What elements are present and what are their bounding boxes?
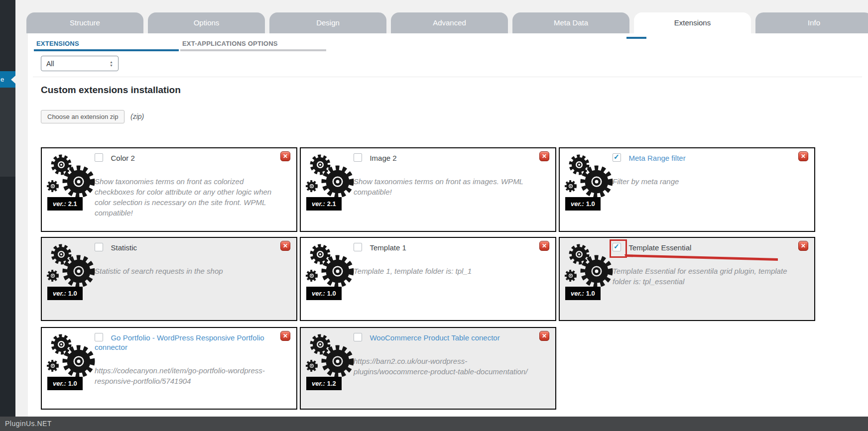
gears-icon <box>305 331 355 379</box>
version-prefix-label: ver.: <box>312 290 325 297</box>
gears-icon <box>305 151 355 199</box>
sidebar-active-item[interactable]: e <box>0 71 15 88</box>
active-tab-indicator <box>626 37 646 39</box>
tab[interactable]: Info <box>755 12 868 33</box>
version-value: 2.1 <box>327 200 336 208</box>
subtab-ext-applications-options[interactable]: EXT-APPLICATIONS OPTIONS <box>182 40 278 47</box>
extension-card-content: ✓ Go Portfolio - WordPress Responsive Po… <box>95 333 278 386</box>
extension-description: Show taxonomies terms on front as images… <box>354 176 537 197</box>
checkmark-icon: ✓ <box>614 242 620 250</box>
extension-checkbox[interactable]: ✓ <box>613 153 621 162</box>
section-heading: Custom extensions installation <box>41 85 181 96</box>
gears-icon <box>46 241 96 289</box>
delete-extension-button[interactable]: ✕ <box>280 151 290 161</box>
sidebar-submenu-band <box>0 88 15 177</box>
extension-title: Image 2 <box>370 154 396 162</box>
tab-label: Options <box>194 18 220 27</box>
sidebar-lower-band <box>0 177 15 417</box>
checkbox-wrap: ✓ <box>95 243 109 252</box>
extension-checkbox[interactable]: ✓ <box>95 243 103 251</box>
tab-label: Design <box>316 18 340 27</box>
checkmark-icon: ✓ <box>614 153 620 161</box>
version-value: 1.2 <box>327 380 336 387</box>
version-badge: ver.:2.1 <box>306 197 342 211</box>
extension-description: https://barn2.co.uk/our-wordpress-plugin… <box>354 356 537 377</box>
delete-extension-button[interactable]: ✕ <box>539 151 549 161</box>
extension-checkbox[interactable]: ✓ <box>354 153 362 162</box>
choose-extension-zip-button[interactable]: Choose an extension zip <box>41 110 124 123</box>
delete-extension-button[interactable]: ✕ <box>539 241 549 251</box>
extension-checkbox[interactable]: ✓ <box>354 243 362 251</box>
version-value: 1.0 <box>586 290 595 297</box>
extension-title[interactable]: Meta Range filter <box>628 154 685 162</box>
extension-card-content: ✓ Statistic Statistic of search requests… <box>95 243 278 276</box>
version-prefix-label: ver.: <box>53 290 66 297</box>
version-badge: ver.:1.0 <box>306 287 342 300</box>
version-badge: ver.:1.2 <box>306 377 342 390</box>
version-value: 2.1 <box>68 200 77 208</box>
brand-label: PluginUs.NET <box>5 420 52 428</box>
tab[interactable]: Advanced <box>391 12 508 33</box>
extension-checkbox[interactable]: ✓ <box>95 153 103 162</box>
extension-checkbox[interactable]: ✓ <box>354 333 362 341</box>
extension-card-content: ✓ Template 1 Template 1, template folder… <box>354 243 537 276</box>
extensions-grid-row: ver.:1.0 ✕ ✓ Statistic Statistic of sear… <box>41 237 815 321</box>
subtab-extensions[interactable]: EXTENSIONS <box>36 40 79 47</box>
extension-description: Statistic of search requests in the shop <box>95 266 278 276</box>
close-icon: ✕ <box>540 241 549 250</box>
section-divider <box>33 77 862 77</box>
extension-card-content: ✓ Template Essential Template Essential … <box>613 243 796 287</box>
checkbox-wrap: ✓ <box>354 153 368 162</box>
extension-title[interactable]: Go Portfolio - WordPress Responsive Port… <box>95 333 264 351</box>
extension-card: ver.:1.0 ✕ ✓ Template 1 Template 1, temp… <box>300 237 556 321</box>
close-icon: ✕ <box>799 241 808 250</box>
tab[interactable]: Design <box>269 12 386 33</box>
extension-card-content: ✓ WooCommerce Product Table conector htt… <box>354 333 537 377</box>
sidebar-active-notch-icon <box>11 76 15 84</box>
extensions-grid-row: ver.:1.0 ✕ ✓ Go Portfolio - WordPress Re… <box>41 327 815 410</box>
extension-title: Color 2 <box>111 154 134 162</box>
extension-card-content: ✓ Color 2 Show taxonomies terms on front… <box>95 153 278 218</box>
version-prefix-label: ver.: <box>312 200 325 208</box>
extension-card: ver.:1.0 ✕ ✓ Statistic Statistic of sear… <box>41 237 297 321</box>
delete-extension-button[interactable]: ✕ <box>798 241 808 251</box>
version-badge: ver.:1.0 <box>47 377 83 390</box>
tab[interactable]: Meta Data <box>512 12 629 33</box>
extensions-grid-row: ver.:2.1 ✕ ✓ Color 2 Show taxonomies ter… <box>41 147 815 232</box>
tab[interactable]: Options <box>148 12 265 33</box>
version-prefix-label: ver.: <box>571 290 584 297</box>
extension-title: Template 1 <box>370 243 406 252</box>
version-value: 1.0 <box>68 380 77 387</box>
delete-extension-button[interactable]: ✕ <box>280 331 290 341</box>
version-value: 1.0 <box>68 290 77 297</box>
checkbox-wrap: ✓ <box>354 333 368 342</box>
close-icon: ✕ <box>799 152 808 161</box>
subtab-extensions-underline <box>34 49 179 51</box>
extension-title: Template Essential <box>628 243 691 252</box>
checkbox-wrap: ✓ <box>613 153 626 162</box>
tab[interactable]: Structure <box>26 12 143 33</box>
delete-extension-button[interactable]: ✕ <box>539 331 549 341</box>
tab-label: Structure <box>70 18 100 27</box>
extension-checkbox[interactable]: ✓ <box>95 333 103 341</box>
extension-checkbox[interactable]: ✓ <box>613 243 621 251</box>
extension-card: ver.:1.0 ✕ ✓ Meta Range filter Filter by… <box>559 147 815 232</box>
close-icon: ✕ <box>281 152 290 161</box>
tab-label: Info <box>808 18 820 27</box>
sidebar-active-item-label: e <box>0 71 4 88</box>
tab[interactable]: Extensions <box>634 12 751 33</box>
extension-filter-select[interactable]: All ▲▼ <box>41 56 119 71</box>
version-prefix-label: ver.: <box>53 380 66 387</box>
delete-extension-button[interactable]: ✕ <box>280 241 290 251</box>
version-badge: ver.:1.0 <box>47 287 83 300</box>
version-prefix-label: ver.: <box>571 200 584 208</box>
zip-hint-label: (zip) <box>130 112 144 120</box>
admin-sidebar <box>0 0 15 417</box>
gears-icon <box>305 241 355 289</box>
version-badge: ver.:1.0 <box>565 287 601 300</box>
extension-card: ver.:1.0 ✕ ✓ Template Essential Template… <box>559 237 815 321</box>
extension-card-content: ✓ Meta Range filter Filter by meta range <box>613 153 796 187</box>
extension-title[interactable]: WooCommerce Product Table conector <box>370 333 499 342</box>
delete-extension-button[interactable]: ✕ <box>798 151 808 161</box>
close-icon: ✕ <box>281 331 290 340</box>
